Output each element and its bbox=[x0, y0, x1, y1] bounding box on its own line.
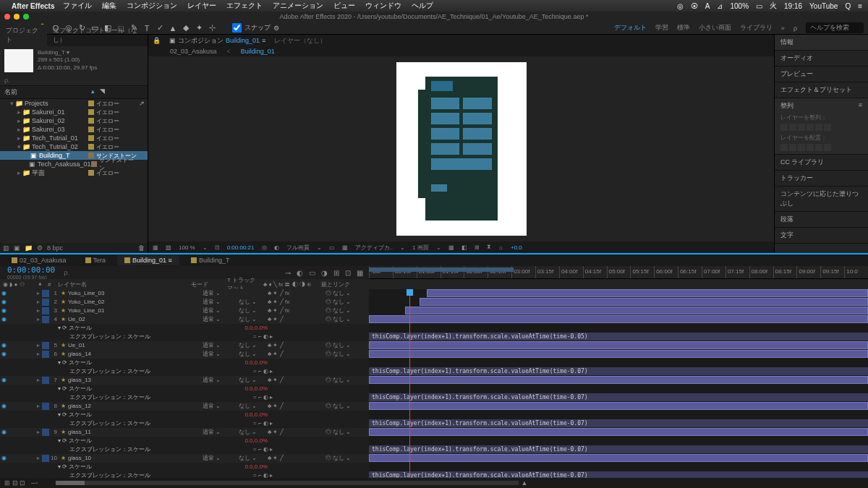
resolution[interactable]: フル画質 bbox=[286, 244, 310, 252]
tl-3d-icon[interactable]: ▦ bbox=[357, 269, 363, 277]
tl-frame-icon[interactable]: ▭ bbox=[309, 269, 315, 277]
panel-tracker[interactable]: トラッカー bbox=[775, 171, 868, 187]
trash-icon[interactable]: 🗑 bbox=[138, 244, 145, 252]
timeline-layer-row[interactable]: ◉▸9★glass_11通常 ⌄なし ⌄♣ ✦ ╱◎ なし ⌄ bbox=[0, 428, 369, 437]
viewer-mask-icon[interactable]: ◧ bbox=[461, 244, 467, 251]
col-sw[interactable]: ♣ ♦ ╲ fx 〓 ◐ ◑ ⊕ bbox=[260, 281, 318, 288]
panel-preview[interactable]: プレビュー bbox=[775, 67, 868, 82]
tl-shy-icon[interactable]: ◐ bbox=[297, 269, 303, 277]
project-col-tag[interactable]: ◥ bbox=[100, 87, 143, 97]
menu-extra[interactable]: YouTube bbox=[809, 2, 838, 10]
project-tree[interactable]: ▾📁Projectsイエロー↗▸📁Sakurei_01イエロー▸📁Sakurei… bbox=[0, 99, 148, 243]
panel-audio[interactable]: オーディオ bbox=[775, 51, 868, 67]
menu-composition[interactable]: コンポジション bbox=[127, 1, 177, 11]
snap-checkbox[interactable] bbox=[232, 23, 242, 33]
timecode[interactable]: 0:00:00:00 bbox=[7, 265, 55, 275]
clone-tool-icon[interactable]: ▲ bbox=[167, 22, 179, 34]
expression-text[interactable]: thisComp.layer(index+1).transform.scale.… bbox=[369, 393, 868, 401]
timeline-layer-row[interactable]: ◉▸4★Ue_02通常 ⌄なし ⌄♣ ✦ ╱◎ なし ⌄ bbox=[0, 315, 369, 324]
timeline-zoom-slider[interactable] bbox=[56, 481, 519, 485]
expression-text[interactable]: thisComp.layer(index+1).transform.scale.… bbox=[369, 419, 868, 427]
viewer-fit-icon[interactable]: ⊡ bbox=[215, 244, 220, 251]
snapshot-icon[interactable]: ◎ bbox=[262, 244, 267, 251]
app-name[interactable]: After Effects bbox=[12, 2, 54, 10]
new-folder-icon[interactable]: 📁 bbox=[25, 244, 33, 252]
wifi-icon[interactable]: ⊿ bbox=[717, 2, 723, 10]
expression-row[interactable]: エクスプレッション：スケール= ⌐ ◐ ▸ bbox=[0, 419, 369, 428]
crumb-1[interactable]: 02_03_Asakusa bbox=[170, 48, 217, 55]
workspace-standard[interactable]: 標準 bbox=[677, 23, 690, 33]
tl-toggle-icon[interactable]: ⊞ ⊟ ⊡ bbox=[4, 479, 25, 487]
project-item[interactable]: ▸📁Sakurei_02イエロー bbox=[0, 116, 148, 125]
viewer-3d-icon[interactable]: ▦ bbox=[448, 244, 454, 251]
expression-row[interactable]: エクスプレッション：スケール= ⌐ ◐ ▸ bbox=[0, 393, 369, 402]
transparency-icon[interactable]: ▦ bbox=[342, 244, 348, 251]
col-parent[interactable]: 親とリンク bbox=[318, 281, 369, 288]
spotlight-icon[interactable]: Q bbox=[845, 2, 851, 10]
search-help-input[interactable]: ヘルプを検索 bbox=[806, 22, 864, 33]
interpret-icon[interactable]: ▥ bbox=[3, 244, 9, 252]
menu-help[interactable]: ヘルプ bbox=[412, 1, 433, 11]
expression-row[interactable]: エクスプレッション：スケール= ⌐ ◐ ▸ bbox=[0, 471, 369, 478]
zoom-level[interactable]: 100 % bbox=[179, 244, 195, 251]
menu-animation[interactable]: アニメーション bbox=[273, 1, 323, 11]
composition-viewer[interactable] bbox=[148, 56, 774, 241]
menu-view[interactable]: ビュー bbox=[333, 1, 355, 11]
panel-contentfill[interactable]: コンテンツに応じた塗りつぶし bbox=[775, 187, 868, 212]
timeline-layer-row[interactable]: ◉▸1★Yoko_Line_03通常 ⌄ ♣ ✦ ╱ fx◎ なし ⌄ bbox=[0, 289, 369, 298]
viewer-opt-icon[interactable]: ▦ bbox=[153, 244, 158, 251]
menu-effect[interactable]: エフェクト bbox=[226, 1, 263, 11]
tl-mb-icon[interactable]: ◑ bbox=[321, 269, 328, 277]
workspace-default[interactable]: デフォルト bbox=[614, 23, 647, 33]
expression-row[interactable]: エクスプレッション：スケール= ⌐ ◐ ▸ bbox=[0, 333, 369, 341]
channel-icon[interactable]: ◐ bbox=[274, 244, 279, 251]
timeline-tab[interactable]: Tera bbox=[78, 255, 114, 265]
panel-info[interactable]: 情報 bbox=[775, 35, 868, 51]
zoom-window-button[interactable] bbox=[23, 14, 29, 20]
zoom-in-icon[interactable]: ▲ bbox=[522, 479, 528, 487]
project-item[interactable]: ▾📁Projectsイエロー↗ bbox=[0, 99, 148, 108]
minimize-window-button[interactable] bbox=[14, 14, 20, 20]
timeline-layer-row[interactable]: ◉▸8★glass_12通常 ⌄なし ⌄♣ ✦ ╱◎ なし ⌄ bbox=[0, 402, 369, 411]
workspace-more-icon[interactable]: » bbox=[781, 25, 785, 32]
menu-edit[interactable]: 編集 bbox=[102, 1, 116, 11]
viewer-pixel-icon[interactable]: ⊞ bbox=[475, 244, 480, 251]
timeline-tab[interactable]: 02_03_Asakusa bbox=[4, 255, 74, 265]
expression-row[interactable]: エクスプレッション：スケール= ⌐ ◐ ▸ bbox=[0, 367, 369, 376]
col-layer[interactable]: レイヤー名 bbox=[55, 281, 188, 288]
workspace-small[interactable]: 小さい画面 bbox=[699, 23, 731, 33]
viewer-time[interactable]: 0:00:00:21 bbox=[227, 244, 255, 251]
zoom-out-icon[interactable]: ─◦ bbox=[31, 479, 38, 487]
expression-text[interactable]: thisComp.layer(index+1).transform.scale.… bbox=[369, 471, 868, 478]
property-row[interactable]: ▾ ⟳ スケール0.0,0.0% bbox=[0, 437, 369, 445]
tl-graph-icon[interactable]: ⊞ bbox=[333, 269, 339, 277]
crumb-2[interactable]: Building_01 bbox=[241, 48, 275, 55]
property-row[interactable]: ▾ ⟳ スケール0.0,0.0% bbox=[0, 324, 369, 333]
eraser-tool-icon[interactable]: ◆ bbox=[180, 22, 192, 34]
viewer-grid-icon[interactable]: ▧ bbox=[166, 244, 171, 251]
panel-align[interactable]: 整列≡ レイヤーを整列： レイヤーを配置： bbox=[775, 98, 868, 155]
property-row[interactable]: ▾ ⟳ スケール0.0,0.0% bbox=[0, 463, 369, 471]
project-item[interactable]: ▸📁Sakurei_03イエロー bbox=[0, 125, 148, 134]
panel-effects[interactable]: エフェクト＆プリセット bbox=[775, 82, 868, 98]
tl-opt-icon[interactable]: ⊸ bbox=[285, 269, 291, 277]
timeline-layer-row[interactable]: ◉▸2★Yoko_Line_02通常 ⌄なし ⌄♣ ✦ ╱ fx◎ なし ⌄ bbox=[0, 298, 369, 307]
timeline-tab[interactable]: Building_T bbox=[184, 255, 237, 265]
layer-tab[interactable]: レイヤー（なし） bbox=[274, 36, 326, 46]
cast-icon[interactable]: ◎ bbox=[677, 2, 684, 10]
comp-tab-active[interactable]: ▣ コンポジション Building_01 ≡ bbox=[169, 36, 265, 46]
menu-file[interactable]: ファイル bbox=[63, 1, 92, 11]
project-item[interactable]: ▾📁Tech_Tutrial_02イエロー bbox=[0, 142, 148, 151]
expression-text[interactable]: thisComp.layer(index+1).transform.scale.… bbox=[369, 445, 868, 453]
project-col-name[interactable]: 名前 bbox=[4, 87, 91, 97]
workspace-library[interactable]: ライブラリ bbox=[740, 23, 773, 33]
menu-window[interactable]: ウィンドウ bbox=[365, 1, 401, 11]
snap-options-icon[interactable]: ⚙ bbox=[273, 25, 279, 32]
time-ruler[interactable]: :00f00:15f01:00f01:15f02:00f02:15f03:00f… bbox=[369, 266, 868, 279]
property-row[interactable]: ▾ ⟳ スケール0.0,0.0% bbox=[0, 411, 369, 419]
project-search[interactable]: ρ. bbox=[0, 75, 148, 85]
menu-icon[interactable]: ≡ bbox=[858, 2, 862, 10]
timeline-tab[interactable]: Building_01 ≡ bbox=[117, 255, 179, 265]
property-row[interactable]: ▾ ⟳ スケール0.0,0.0% bbox=[0, 385, 369, 393]
timeline-layer-row[interactable]: ◉▸7★glass_13通常 ⌄なし ⌄♣ ✦ ╱◎ なし ⌄ bbox=[0, 376, 369, 385]
